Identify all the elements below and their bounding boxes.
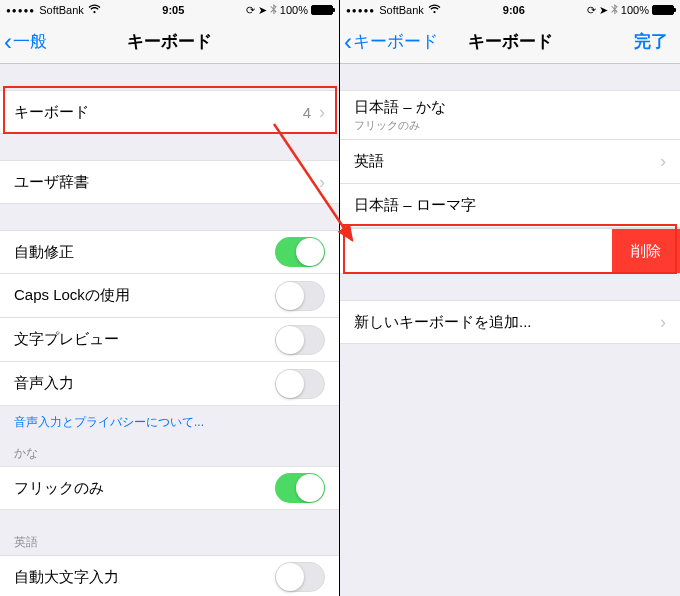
row-label: キーボード [14,103,303,122]
location-icon: ➤ [258,4,267,17]
row-label: 音声入力 [14,374,275,393]
row-label: 自動大文字入力 [14,568,275,587]
row-label: ユーザ辞書 [14,173,319,192]
toggle-auto-caps[interactable] [275,562,325,592]
nav-back-label: 一般 [13,30,47,53]
toggle-caps-lock[interactable] [275,281,325,311]
location-icon: ➤ [599,4,608,17]
nav-title: キーボード [127,30,212,53]
section-header-english: 英語 [0,528,339,555]
row-auto-caps[interactable]: 自動大文字入力 [0,555,339,596]
nav-back-button[interactable]: ‹ キーボード [344,30,438,54]
bluetooth-icon [270,4,277,17]
row-value: 4 [303,104,311,121]
voice-privacy-link[interactable]: 音声入力とプライバシーについて... [0,406,339,439]
status-bar: ●●●●● SoftBank 9:06 ⟳ ➤ 100% [340,0,680,20]
row-label: 文字プレビュー [14,330,275,349]
row-label: フリックのみ [14,479,275,498]
row-caps-lock[interactable]: Caps Lockの使用 [0,274,339,318]
battery-icon [652,5,674,15]
row-label: 自動修正 [14,243,275,262]
nav-bar: ‹ 一般 キーボード [0,20,339,64]
status-time: 9:05 [162,4,184,16]
carrier-label: SoftBank [379,4,424,16]
row-add-keyboard[interactable]: 新しいキーボードを追加... › [340,300,680,344]
chevron-right-icon: › [319,102,325,123]
row-english[interactable]: 英語 › [340,140,680,184]
row-label: 日本語 – かな [354,98,446,117]
signal-dots-icon: ●●●●● [346,6,375,15]
chevron-left-icon: ‹ [344,30,352,54]
status-bar: ●●●●● SoftBank 9:05 ⟳ ➤ 100% [0,0,339,20]
row-auto-correct[interactable]: 自動修正 [0,230,339,274]
row-label: 英語 [354,152,660,171]
wifi-icon [428,4,441,16]
nav-back-button[interactable]: ‹ 一般 [4,30,47,54]
row-label: Caps Lockの使用 [14,286,275,305]
battery-percent: 100% [280,4,308,16]
row-japanese-kana[interactable]: 日本語 – かな フリックのみ [340,90,680,140]
swiped-row[interactable]: 削除 [340,228,680,274]
toggle-voice-input[interactable] [275,369,325,399]
row-character-preview[interactable]: 文字プレビュー [0,318,339,362]
nav-back-label: キーボード [353,30,438,53]
row-sublabel: フリックのみ [354,118,420,133]
row-user-dictionary[interactable]: ユーザ辞書 › [0,160,339,204]
delete-button[interactable]: 削除 [612,229,680,273]
nav-bar: ‹ キーボード キーボード 完了 [340,20,680,64]
row-flick-only[interactable]: フリックのみ [0,466,339,510]
chevron-right-icon: › [660,312,666,333]
row-keyboards[interactable]: キーボード 4 › [0,90,339,134]
rotation-lock-icon: ⟳ [587,4,596,17]
row-label: 新しいキーボードを追加... [354,313,660,332]
signal-dots-icon: ●●●●● [6,6,35,15]
carrier-label: SoftBank [39,4,84,16]
wifi-icon [88,4,101,16]
row-label: 日本語 – ローマ字 [354,196,666,215]
chevron-right-icon: › [319,172,325,193]
section-header-kana: かな [0,439,339,466]
row-japanese-romaji[interactable]: 日本語 – ローマ字 [340,184,680,228]
left-screen: ●●●●● SoftBank 9:05 ⟳ ➤ 100% ‹ 一般 [0,0,340,596]
chevron-right-icon: › [660,151,666,172]
rotation-lock-icon: ⟳ [246,4,255,17]
toggle-flick-only[interactable] [275,473,325,503]
bluetooth-icon [611,4,618,17]
row-voice-input[interactable]: 音声入力 [0,362,339,406]
toggle-auto-correct[interactable] [275,237,325,267]
battery-percent: 100% [621,4,649,16]
nav-title: キーボード [468,30,553,53]
nav-done-button[interactable]: 完了 [634,30,668,53]
chevron-left-icon: ‹ [4,30,12,54]
toggle-preview[interactable] [275,325,325,355]
battery-icon [311,5,333,15]
right-screen: ●●●●● SoftBank 9:06 ⟳ ➤ 100% ‹ キーボード [340,0,680,596]
status-time: 9:06 [503,4,525,16]
